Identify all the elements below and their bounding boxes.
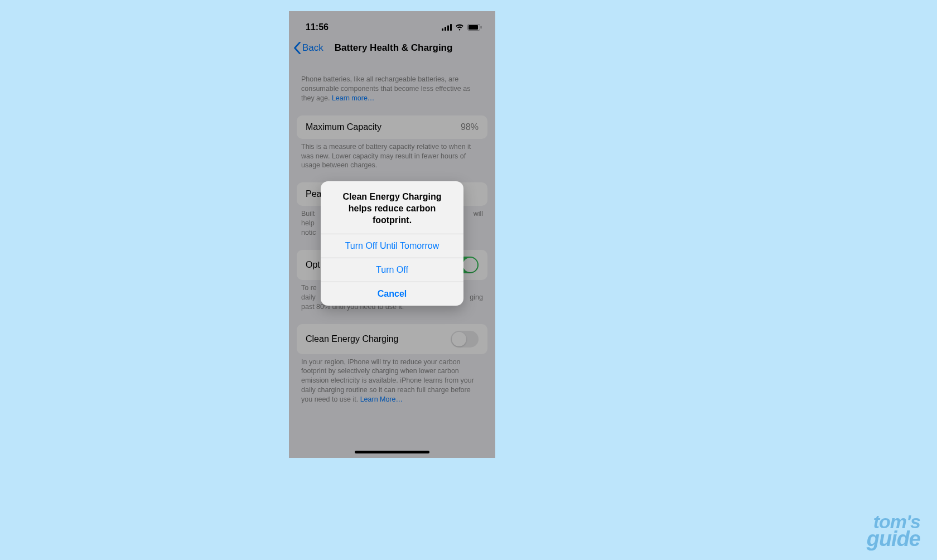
cancel-button[interactable]: Cancel — [321, 282, 463, 306]
home-indicator[interactable] — [355, 451, 429, 453]
turn-off-button[interactable]: Turn Off — [321, 258, 463, 282]
toms-guide-logo: tom's guide — [867, 514, 920, 548]
logo-line2: guide — [867, 530, 920, 548]
action-sheet: Clean Energy Charging helps reduce carbo… — [321, 181, 463, 306]
phone-screenshot: 11:56 Back Battery Health & Charging Pho… — [289, 11, 495, 458]
modal-title: Clean Energy Charging helps reduce carbo… — [321, 181, 463, 234]
turn-off-until-tomorrow-button[interactable]: Turn Off Until Tomorrow — [321, 234, 463, 258]
